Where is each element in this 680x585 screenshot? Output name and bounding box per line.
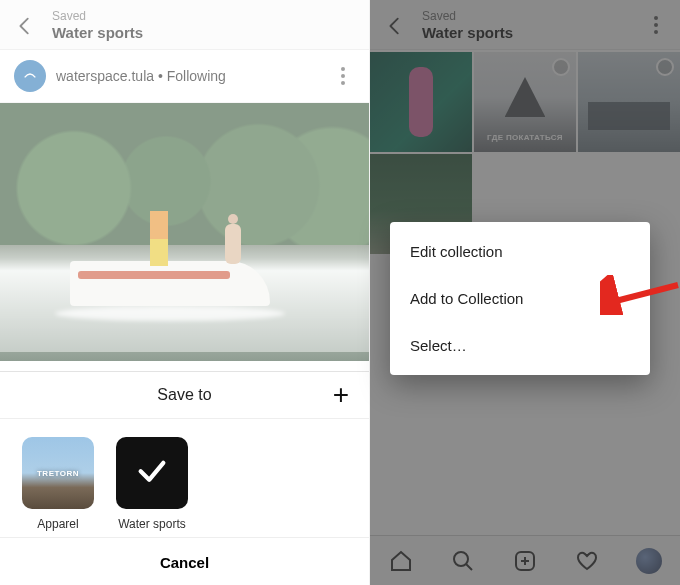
- header-titles: Saved Water sports: [52, 10, 143, 41]
- collection-thumb: TRETORN: [22, 437, 94, 509]
- header: Saved Water sports: [0, 0, 369, 50]
- context-menu: Edit collection Add to Collection Select…: [390, 222, 650, 375]
- avatar[interactable]: [14, 60, 46, 92]
- sheet-header: Save to +: [0, 372, 369, 419]
- collection-thumb: [116, 437, 188, 509]
- more-icon[interactable]: [331, 67, 355, 85]
- cancel-button[interactable]: Cancel: [0, 537, 369, 585]
- collection-apparel[interactable]: TRETORN Apparel: [22, 437, 94, 531]
- sheet-title: Save to: [157, 386, 211, 404]
- header-title: Water sports: [52, 24, 143, 41]
- back-icon[interactable]: [14, 15, 36, 37]
- menu-edit-collection[interactable]: Edit collection: [390, 228, 650, 275]
- post-sep: •: [154, 68, 167, 84]
- add-collection-icon[interactable]: +: [327, 381, 355, 409]
- post-follow-state: Following: [167, 68, 226, 84]
- collection-label: Apparel: [37, 517, 78, 531]
- post-userline[interactable]: waterspace.tula • Following: [56, 68, 321, 84]
- menu-select[interactable]: Select…: [390, 322, 650, 369]
- post-username: waterspace.tula: [56, 68, 154, 84]
- check-icon: [135, 454, 169, 488]
- collection-label: Water sports: [118, 517, 186, 531]
- phone-right: Saved Water sports ГДЕ ПОКАТАТЬСЯ Edit c…: [370, 0, 680, 585]
- save-to-sheet: Save to + TRETORN Apparel Water sports C…: [0, 371, 369, 585]
- collection-water-sports[interactable]: Water sports: [116, 437, 188, 531]
- post-header: waterspace.tula • Following: [0, 50, 369, 103]
- menu-add-to-collection[interactable]: Add to Collection: [390, 275, 650, 322]
- phone-left: Saved Water sports waterspace.tula • Fol…: [0, 0, 370, 585]
- thumb-brand-overlay: TRETORN: [37, 469, 79, 478]
- post-image[interactable]: [0, 103, 369, 361]
- collections-row: TRETORN Apparel Water sports: [0, 419, 369, 537]
- header-saved-label: Saved: [52, 10, 143, 24]
